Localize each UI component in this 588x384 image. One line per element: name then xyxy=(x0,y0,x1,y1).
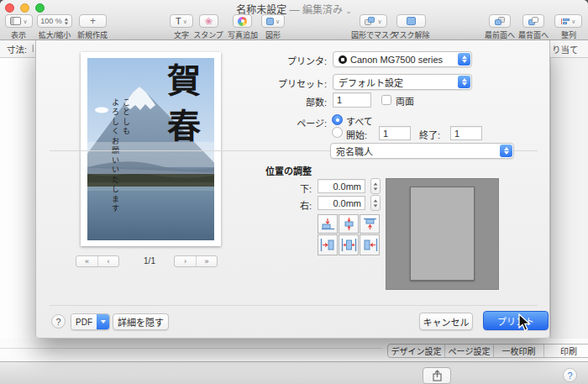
dimension-label: 寸法: xyxy=(7,43,27,55)
zoom-value: 100 % xyxy=(40,17,62,25)
new-button[interactable]: + xyxy=(79,14,107,28)
unmask-icon xyxy=(407,17,416,25)
mode-tabbar: デザイン設定 ページ設定 一枚印刷 印刷 xyxy=(387,344,588,358)
mask-with-shape-button[interactable]: ∨ xyxy=(360,14,387,28)
unmask-label: マスク解除 xyxy=(391,29,429,40)
tab-design-settings[interactable]: デザイン設定 xyxy=(388,345,445,357)
pdf-label: PDF xyxy=(71,314,97,329)
stamp-label: スタンプ xyxy=(193,29,223,40)
titlebar-toolbar: 名称未設定 — 編集済み ⌄ ∨ 100 % + T ∨ ❀ xyxy=(0,0,588,40)
pages-to-label: 終了: xyxy=(419,128,440,141)
align-bottom-button[interactable] xyxy=(318,214,338,234)
preset-select[interactable]: デフォルト設定 xyxy=(333,74,472,90)
dropdown-arrows-icon xyxy=(500,145,512,157)
down-label: 下: xyxy=(300,181,312,195)
copies-label: 部数: xyxy=(306,95,327,108)
preset-value: デフォルト設定 xyxy=(339,76,403,89)
send-back-icon xyxy=(528,17,539,26)
align-icon xyxy=(561,18,570,24)
pages-from-label: 開始: xyxy=(346,128,367,141)
bottom-strip: デザイン設定 ページ設定 一枚印刷 印刷 xyxy=(0,339,588,361)
align-vertical-center-button[interactable] xyxy=(339,214,359,234)
send-to-back-button[interactable] xyxy=(522,14,544,28)
mouse-cursor xyxy=(517,313,532,332)
print-dialog: 賀春 ことしも よろしくお願いいたします « ‹ 1/1 › » プリンタ: C… xyxy=(35,40,550,339)
right-stepper[interactable] xyxy=(370,195,381,211)
unmask-button[interactable] xyxy=(396,14,426,28)
bring-front-icon xyxy=(495,17,506,26)
add-photo-button[interactable] xyxy=(233,14,252,28)
cancel-button[interactable]: キャンセル xyxy=(419,313,473,330)
page-count: 1/1 xyxy=(124,256,175,266)
down-stepper[interactable] xyxy=(370,178,381,194)
pages-all-radio[interactable] xyxy=(332,114,343,125)
align-horizontal-center-icon xyxy=(341,238,357,252)
divider xyxy=(0,348,382,349)
chevron-down-icon xyxy=(97,314,109,329)
share-button[interactable] xyxy=(423,367,451,384)
help-button-bottom[interactable]: ? xyxy=(563,368,577,382)
front-label: 最前面へ xyxy=(485,29,515,40)
align-top-icon xyxy=(362,218,378,230)
settings-pane-select[interactable]: 宛名職人 xyxy=(330,143,514,159)
photos-icon xyxy=(238,17,247,26)
next-page-button[interactable]: › xyxy=(175,256,196,266)
copies-input[interactable]: 1 xyxy=(333,92,371,108)
zoom-label: 拡大/縮小 xyxy=(39,29,71,40)
new-label: 新規作成 xyxy=(77,29,108,40)
shape-button[interactable]: ∨ xyxy=(261,14,285,28)
zoom-stepper[interactable]: 100 % xyxy=(37,14,72,28)
align-left-button[interactable] xyxy=(318,234,338,255)
down-offset-input[interactable]: 0.0mm xyxy=(318,179,365,193)
chevron-down-icon: ∨ xyxy=(571,18,575,24)
side-panel-header: り当て xyxy=(552,43,579,55)
pdf-menu-button[interactable]: PDF xyxy=(71,313,110,330)
duplex-checkbox[interactable] xyxy=(381,95,391,105)
last-page-button[interactable]: » xyxy=(196,256,217,266)
mask-icon xyxy=(365,17,375,26)
duplex-label: 両面 xyxy=(396,94,414,108)
align-vertical-center-icon xyxy=(341,218,357,230)
pages-from-input[interactable]: 1 xyxy=(379,126,411,140)
view-icon xyxy=(10,17,21,25)
chevron-down-icon: ∨ xyxy=(276,18,280,24)
back-label: 最背面へ xyxy=(518,29,549,40)
text-tool-button[interactable]: T ∨ xyxy=(170,14,193,28)
first-page-button[interactable]: « xyxy=(76,256,97,266)
bring-to-front-button[interactable] xyxy=(489,14,511,28)
view-button[interactable]: ∨ xyxy=(5,14,33,28)
pages-to-input[interactable]: 1 xyxy=(450,126,482,140)
card-greeting-text: ことしも よろしくお願いいたします xyxy=(109,98,131,214)
right-panel xyxy=(550,58,588,339)
printer-label: プリンタ: xyxy=(287,54,327,67)
tab-page-settings[interactable]: ページ設定 xyxy=(445,345,494,357)
hide-details-button[interactable]: 詳細を隠す xyxy=(113,313,169,330)
title-chevron-icon: ⌄ xyxy=(345,7,352,15)
tab-print[interactable]: 印刷 xyxy=(544,345,588,357)
card-headline-text: 賀春 xyxy=(157,63,206,154)
view-label: 表示 xyxy=(11,29,26,40)
align-right-button[interactable] xyxy=(360,234,380,255)
text-tool-icon: T xyxy=(176,16,181,26)
stamp-button[interactable]: ❀ xyxy=(199,14,218,28)
nav-forward-group: › » xyxy=(174,255,218,267)
align-button[interactable]: ∨ xyxy=(554,14,582,28)
align-bottom-icon xyxy=(320,218,336,230)
nav-back-group: « ‹ xyxy=(76,255,119,267)
position-section-title: 位置の調整 xyxy=(265,164,312,177)
tab-single-print[interactable]: 一枚印刷 xyxy=(494,345,544,357)
stamp-flower-icon: ❀ xyxy=(205,16,213,27)
bottom-bar: ? xyxy=(0,361,588,384)
right-offset-input[interactable]: 0.0mm xyxy=(318,196,365,210)
text-label: 文字 xyxy=(174,29,189,40)
printer-select[interactable]: Canon MG7500 series xyxy=(333,51,472,67)
mask-label: 図形でマスク xyxy=(351,29,396,40)
previous-page-button[interactable]: ‹ xyxy=(97,256,118,266)
pages-range-radio[interactable] xyxy=(332,127,343,138)
help-button[interactable]: ? xyxy=(51,314,66,329)
dropdown-arrows-icon xyxy=(458,53,470,66)
align-top-button[interactable] xyxy=(360,214,380,234)
print-button[interactable]: プリント xyxy=(483,311,549,330)
position-preview-page xyxy=(410,187,475,281)
align-horizontal-center-button[interactable] xyxy=(339,234,359,255)
